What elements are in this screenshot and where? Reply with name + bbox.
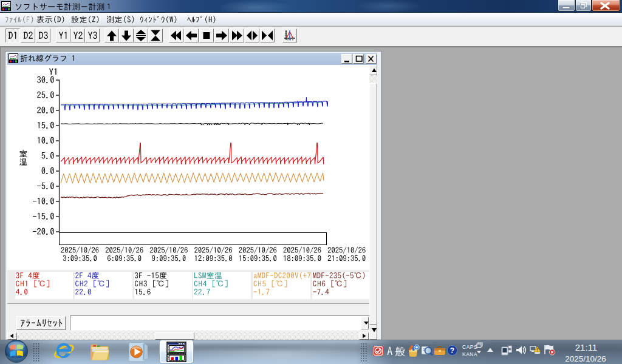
svg-text:21:11: 21:11 [575, 342, 597, 352]
svg-text:?: ? [450, 346, 454, 355]
svg-text:CAPS: CAPS [462, 344, 477, 350]
svg-text:2025/10/26: 2025/10/26 [565, 354, 606, 363]
svg-text:!: ! [536, 348, 538, 352]
svg-text:KANA: KANA [462, 351, 477, 357]
